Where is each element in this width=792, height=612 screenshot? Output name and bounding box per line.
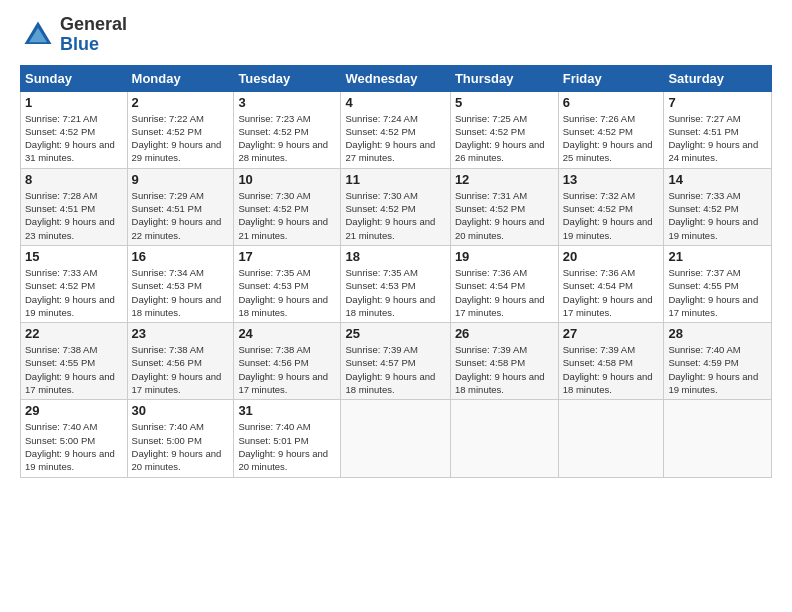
day-number: 9 bbox=[132, 172, 230, 187]
day-info: Sunrise: 7:36 AM Sunset: 4:54 PM Dayligh… bbox=[455, 266, 554, 319]
day-cell: 30 Sunrise: 7:40 AM Sunset: 5:00 PM Dayl… bbox=[127, 400, 234, 477]
day-cell: 31 Sunrise: 7:40 AM Sunset: 5:01 PM Dayl… bbox=[234, 400, 341, 477]
day-info: Sunrise: 7:40 AM Sunset: 5:00 PM Dayligh… bbox=[132, 420, 230, 473]
day-number: 27 bbox=[563, 326, 660, 341]
day-info: Sunrise: 7:38 AM Sunset: 4:55 PM Dayligh… bbox=[25, 343, 123, 396]
week-row-2: 8 Sunrise: 7:28 AM Sunset: 4:51 PM Dayli… bbox=[21, 168, 772, 245]
day-cell: 17 Sunrise: 7:35 AM Sunset: 4:53 PM Dayl… bbox=[234, 245, 341, 322]
day-cell: 23 Sunrise: 7:38 AM Sunset: 4:56 PM Dayl… bbox=[127, 323, 234, 400]
day-cell bbox=[664, 400, 772, 477]
day-number: 31 bbox=[238, 403, 336, 418]
day-cell: 18 Sunrise: 7:35 AM Sunset: 4:53 PM Dayl… bbox=[341, 245, 450, 322]
calendar-table: SundayMondayTuesdayWednesdayThursdayFrid… bbox=[20, 65, 772, 478]
day-cell: 27 Sunrise: 7:39 AM Sunset: 4:58 PM Dayl… bbox=[558, 323, 664, 400]
day-cell: 7 Sunrise: 7:27 AM Sunset: 4:51 PM Dayli… bbox=[664, 91, 772, 168]
day-info: Sunrise: 7:38 AM Sunset: 4:56 PM Dayligh… bbox=[238, 343, 336, 396]
day-cell: 26 Sunrise: 7:39 AM Sunset: 4:58 PM Dayl… bbox=[450, 323, 558, 400]
day-number: 29 bbox=[25, 403, 123, 418]
day-info: Sunrise: 7:33 AM Sunset: 4:52 PM Dayligh… bbox=[668, 189, 767, 242]
day-cell: 15 Sunrise: 7:33 AM Sunset: 4:52 PM Dayl… bbox=[21, 245, 128, 322]
day-info: Sunrise: 7:30 AM Sunset: 4:52 PM Dayligh… bbox=[238, 189, 336, 242]
col-header-saturday: Saturday bbox=[664, 65, 772, 91]
day-cell: 11 Sunrise: 7:30 AM Sunset: 4:52 PM Dayl… bbox=[341, 168, 450, 245]
day-info: Sunrise: 7:40 AM Sunset: 5:00 PM Dayligh… bbox=[25, 420, 123, 473]
day-info: Sunrise: 7:37 AM Sunset: 4:55 PM Dayligh… bbox=[668, 266, 767, 319]
col-header-sunday: Sunday bbox=[21, 65, 128, 91]
day-number: 1 bbox=[25, 95, 123, 110]
day-info: Sunrise: 7:25 AM Sunset: 4:52 PM Dayligh… bbox=[455, 112, 554, 165]
day-number: 14 bbox=[668, 172, 767, 187]
day-cell: 4 Sunrise: 7:24 AM Sunset: 4:52 PM Dayli… bbox=[341, 91, 450, 168]
day-info: Sunrise: 7:35 AM Sunset: 4:53 PM Dayligh… bbox=[238, 266, 336, 319]
day-cell: 8 Sunrise: 7:28 AM Sunset: 4:51 PM Dayli… bbox=[21, 168, 128, 245]
day-number: 26 bbox=[455, 326, 554, 341]
day-number: 5 bbox=[455, 95, 554, 110]
col-header-tuesday: Tuesday bbox=[234, 65, 341, 91]
day-number: 10 bbox=[238, 172, 336, 187]
day-info: Sunrise: 7:38 AM Sunset: 4:56 PM Dayligh… bbox=[132, 343, 230, 396]
day-number: 11 bbox=[345, 172, 445, 187]
day-number: 13 bbox=[563, 172, 660, 187]
day-number: 15 bbox=[25, 249, 123, 264]
day-cell: 1 Sunrise: 7:21 AM Sunset: 4:52 PM Dayli… bbox=[21, 91, 128, 168]
day-info: Sunrise: 7:39 AM Sunset: 4:58 PM Dayligh… bbox=[455, 343, 554, 396]
day-info: Sunrise: 7:33 AM Sunset: 4:52 PM Dayligh… bbox=[25, 266, 123, 319]
day-cell: 22 Sunrise: 7:38 AM Sunset: 4:55 PM Dayl… bbox=[21, 323, 128, 400]
day-number: 24 bbox=[238, 326, 336, 341]
day-info: Sunrise: 7:22 AM Sunset: 4:52 PM Dayligh… bbox=[132, 112, 230, 165]
day-info: Sunrise: 7:39 AM Sunset: 4:58 PM Dayligh… bbox=[563, 343, 660, 396]
day-cell: 24 Sunrise: 7:38 AM Sunset: 4:56 PM Dayl… bbox=[234, 323, 341, 400]
day-number: 12 bbox=[455, 172, 554, 187]
day-cell bbox=[558, 400, 664, 477]
day-cell: 29 Sunrise: 7:40 AM Sunset: 5:00 PM Dayl… bbox=[21, 400, 128, 477]
logo-text: General Blue bbox=[60, 15, 127, 55]
day-cell: 16 Sunrise: 7:34 AM Sunset: 4:53 PM Dayl… bbox=[127, 245, 234, 322]
day-number: 16 bbox=[132, 249, 230, 264]
day-info: Sunrise: 7:30 AM Sunset: 4:52 PM Dayligh… bbox=[345, 189, 445, 242]
col-header-monday: Monday bbox=[127, 65, 234, 91]
day-cell bbox=[450, 400, 558, 477]
day-number: 25 bbox=[345, 326, 445, 341]
day-number: 22 bbox=[25, 326, 123, 341]
day-number: 30 bbox=[132, 403, 230, 418]
day-cell: 12 Sunrise: 7:31 AM Sunset: 4:52 PM Dayl… bbox=[450, 168, 558, 245]
day-cell: 13 Sunrise: 7:32 AM Sunset: 4:52 PM Dayl… bbox=[558, 168, 664, 245]
day-number: 20 bbox=[563, 249, 660, 264]
week-row-3: 15 Sunrise: 7:33 AM Sunset: 4:52 PM Dayl… bbox=[21, 245, 772, 322]
day-number: 23 bbox=[132, 326, 230, 341]
day-info: Sunrise: 7:32 AM Sunset: 4:52 PM Dayligh… bbox=[563, 189, 660, 242]
logo-icon bbox=[20, 17, 56, 53]
day-info: Sunrise: 7:24 AM Sunset: 4:52 PM Dayligh… bbox=[345, 112, 445, 165]
day-number: 18 bbox=[345, 249, 445, 264]
day-info: Sunrise: 7:21 AM Sunset: 4:52 PM Dayligh… bbox=[25, 112, 123, 165]
day-info: Sunrise: 7:31 AM Sunset: 4:52 PM Dayligh… bbox=[455, 189, 554, 242]
week-row-1: 1 Sunrise: 7:21 AM Sunset: 4:52 PM Dayli… bbox=[21, 91, 772, 168]
day-cell bbox=[341, 400, 450, 477]
header: General Blue bbox=[20, 15, 772, 55]
day-cell: 14 Sunrise: 7:33 AM Sunset: 4:52 PM Dayl… bbox=[664, 168, 772, 245]
day-number: 19 bbox=[455, 249, 554, 264]
day-info: Sunrise: 7:35 AM Sunset: 4:53 PM Dayligh… bbox=[345, 266, 445, 319]
day-info: Sunrise: 7:28 AM Sunset: 4:51 PM Dayligh… bbox=[25, 189, 123, 242]
day-info: Sunrise: 7:29 AM Sunset: 4:51 PM Dayligh… bbox=[132, 189, 230, 242]
week-row-4: 22 Sunrise: 7:38 AM Sunset: 4:55 PM Dayl… bbox=[21, 323, 772, 400]
day-info: Sunrise: 7:36 AM Sunset: 4:54 PM Dayligh… bbox=[563, 266, 660, 319]
day-number: 28 bbox=[668, 326, 767, 341]
day-number: 17 bbox=[238, 249, 336, 264]
day-info: Sunrise: 7:34 AM Sunset: 4:53 PM Dayligh… bbox=[132, 266, 230, 319]
day-info: Sunrise: 7:40 AM Sunset: 5:01 PM Dayligh… bbox=[238, 420, 336, 473]
day-info: Sunrise: 7:23 AM Sunset: 4:52 PM Dayligh… bbox=[238, 112, 336, 165]
logo: General Blue bbox=[20, 15, 127, 55]
day-number: 2 bbox=[132, 95, 230, 110]
week-row-5: 29 Sunrise: 7:40 AM Sunset: 5:00 PM Dayl… bbox=[21, 400, 772, 477]
day-info: Sunrise: 7:26 AM Sunset: 4:52 PM Dayligh… bbox=[563, 112, 660, 165]
day-cell: 2 Sunrise: 7:22 AM Sunset: 4:52 PM Dayli… bbox=[127, 91, 234, 168]
day-cell: 20 Sunrise: 7:36 AM Sunset: 4:54 PM Dayl… bbox=[558, 245, 664, 322]
page: General Blue SundayMondayTuesdayWednesda… bbox=[0, 0, 792, 488]
calendar-header-row: SundayMondayTuesdayWednesdayThursdayFrid… bbox=[21, 65, 772, 91]
day-cell: 28 Sunrise: 7:40 AM Sunset: 4:59 PM Dayl… bbox=[664, 323, 772, 400]
col-header-wednesday: Wednesday bbox=[341, 65, 450, 91]
day-number: 3 bbox=[238, 95, 336, 110]
calendar-body: 1 Sunrise: 7:21 AM Sunset: 4:52 PM Dayli… bbox=[21, 91, 772, 477]
day-number: 8 bbox=[25, 172, 123, 187]
